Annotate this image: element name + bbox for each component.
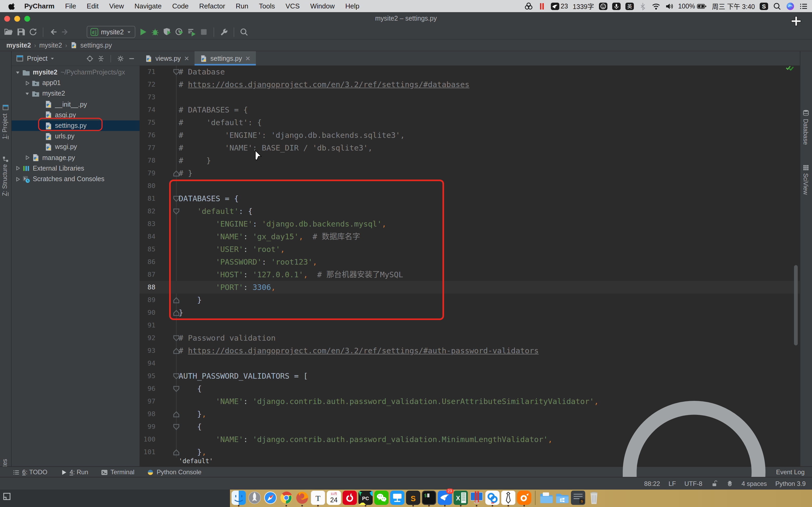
code-line-75[interactable]: 75# 'default': { [140, 116, 800, 129]
tree-item-mysite2[interactable]: mysite2~/PycharmProjects/gx [12, 67, 140, 78]
run-with-coverage-icon[interactable] [163, 27, 172, 37]
breadcrumb-item[interactable]: mysite2 [6, 42, 31, 49]
tool-tab-sciview[interactable]: SciView [803, 173, 809, 194]
code-line-91[interactable]: 91 [140, 319, 800, 332]
expanded-arrow-icon[interactable] [24, 91, 30, 97]
tool-tab-database[interactable]: Database [803, 119, 809, 145]
spotlight-icon[interactable] [773, 2, 781, 10]
file-encoding[interactable]: UTF-8 [684, 480, 702, 488]
menu-code[interactable]: Code [167, 2, 194, 10]
collapse-all-icon[interactable] [97, 55, 105, 62]
code-line-78[interactable]: 78# } [140, 154, 800, 167]
indent-setting[interactable]: 4 spaces [742, 480, 767, 488]
code-line-77[interactable]: 77# 'NAME': BASE_DIR / 'db.sqlite3', [140, 142, 800, 154]
menu-app-name[interactable]: PyCharm [19, 2, 60, 10]
code-line-92[interactable]: 92# Password validation [140, 332, 800, 344]
code-line-72[interactable]: 72# https://docs.djangoproject.com/en/3.… [140, 78, 800, 91]
clock[interactable]: 周三 下午 3:40 [712, 1, 755, 11]
expanded-arrow-icon[interactable] [15, 69, 20, 75]
menu-view[interactable]: View [104, 2, 129, 10]
profiler-icon[interactable] [175, 27, 184, 37]
close-tab-icon[interactable]: ✕ [184, 55, 189, 62]
code-line-76[interactable]: 76# 'ENGINE': 'django.db.backends.sqlite… [140, 129, 800, 142]
save-all-icon[interactable] [16, 27, 26, 37]
dock-folder-documents-icon[interactable] [539, 491, 554, 505]
editor-scrollbar[interactable] [794, 265, 798, 345]
collapsed-arrow-icon[interactable] [15, 166, 20, 171]
volume-icon[interactable] [665, 2, 673, 10]
settings-wrench-icon[interactable] [219, 27, 229, 37]
code-line-93[interactable]: 93# https://docs.djangoproject.com/en/3.… [140, 344, 800, 357]
editor-tab-views-py[interactable]: views.py✕ [140, 51, 195, 65]
toolwindow-button-python-console[interactable]: Python Console [147, 468, 201, 476]
code-line-74[interactable]: 74# DATABASES = { [140, 104, 800, 116]
code-line-94[interactable]: 94 [140, 357, 800, 370]
dock-dark-notes-icon[interactable]: S [571, 491, 585, 505]
bluetooth-icon[interactable] [638, 2, 647, 10]
dock-netease-music-icon[interactable] [343, 491, 357, 505]
caret-position[interactable]: 88:22 [644, 480, 660, 488]
parallels-status-icon[interactable] [538, 2, 546, 10]
dock-pycharm-icon[interactable]: PC [358, 491, 373, 505]
tree-item-mysite2[interactable]: mysite2 [12, 89, 140, 99]
line-separator[interactable]: LF [668, 480, 676, 488]
dock-parallels-icon[interactable] [469, 491, 484, 505]
debug-button[interactable] [151, 27, 160, 37]
dock-launchpad-icon[interactable] [247, 491, 262, 505]
menu-tools[interactable]: Tools [254, 2, 281, 10]
inspection-ok-icon[interactable] [785, 64, 794, 71]
link-rings-icon[interactable] [524, 2, 532, 10]
word-count[interactable]: 1339字 [573, 1, 594, 11]
code-line-71[interactable]: 71# Database [140, 65, 800, 78]
tree-item-manage-py[interactable]: manage.py [12, 152, 140, 163]
breadcrumb-item[interactable]: mysite2 [39, 42, 62, 49]
code-line-95[interactable]: 95AUTH_PASSWORD_VALIDATORS = [ [140, 370, 800, 382]
synchronize-icon[interactable] [29, 27, 38, 37]
breadcrumb-item[interactable]: settings.py [80, 42, 112, 49]
search-everywhere-icon[interactable] [240, 27, 248, 37]
wifi-icon[interactable] [652, 2, 660, 10]
back-icon[interactable] [49, 27, 58, 37]
menu-file[interactable]: File [60, 2, 82, 10]
python-interpreter[interactable]: Python 3.9 [775, 480, 806, 488]
menu-window[interactable]: Window [305, 2, 340, 10]
tree-item--init-py[interactable]: __init__.py [12, 99, 140, 110]
forward-icon[interactable] [61, 27, 70, 37]
tool-tab-project[interactable]: 1: Project [2, 114, 8, 139]
dock-douyu-icon[interactable] [517, 491, 531, 505]
tree-item-scratches-and-consoles[interactable]: Scratches and Consoles [12, 174, 140, 184]
unlock-icon[interactable] [711, 480, 718, 488]
input-method-face-icon[interactable] [599, 2, 607, 10]
tool-window-switcher-icon[interactable] [3, 492, 11, 501]
editor-tab-settings-py[interactable]: settings.py✕ [195, 51, 256, 65]
dock-chrome-icon[interactable] [279, 491, 293, 505]
open-icon[interactable] [4, 27, 13, 37]
tree-item-wsgi-py[interactable]: wsgi.py [12, 142, 140, 152]
run-concurrency-icon[interactable] [187, 27, 196, 37]
menu-navigate[interactable]: Navigate [129, 2, 167, 10]
tool-tab-structure[interactable]: Z: Structure [2, 164, 8, 196]
run-configuration-select[interactable]: dj mysite2 [87, 26, 135, 38]
dictation-mic-icon[interactable] [612, 2, 620, 10]
inspections-hector-icon[interactable] [726, 480, 733, 488]
dock-boss-zhipin-icon[interactable] [501, 491, 515, 505]
dock-excel-icon[interactable]: X [454, 491, 468, 505]
code-line-73[interactable]: 73 [140, 91, 800, 104]
locate-file-icon[interactable] [86, 55, 94, 62]
dock-dingtalk-icon[interactable]: 23 [438, 491, 452, 505]
run-button[interactable] [139, 27, 148, 37]
dock-sublime-text-icon[interactable]: S [406, 491, 420, 505]
menu-refactor[interactable]: Refactor [194, 2, 231, 10]
menu-vcs[interactable]: VCS [280, 2, 305, 10]
battery-icon[interactable]: 100% [678, 2, 707, 10]
dock-sunlogin-icon[interactable] [485, 491, 500, 505]
project-view-title[interactable]: Project [27, 55, 48, 62]
dock-keynote-icon[interactable] [390, 491, 404, 505]
dock-firefox-icon[interactable] [295, 491, 309, 505]
tree-item-app01[interactable]: app01 [12, 78, 140, 88]
hide-panel-icon[interactable] [128, 55, 135, 62]
dock-folder-windows-icon[interactable] [555, 491, 569, 505]
dock-trash-icon[interactable] [587, 491, 601, 505]
siri-icon[interactable] [786, 2, 795, 10]
code-line-79[interactable]: 79# } [140, 167, 800, 180]
